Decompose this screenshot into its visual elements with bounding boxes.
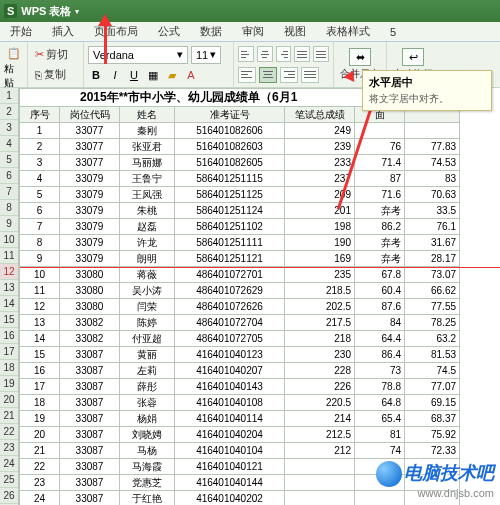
cell[interactable]: 212.5 <box>285 427 355 443</box>
cell[interactable]: 11 <box>20 283 60 299</box>
cell[interactable]: 217.5 <box>285 315 355 331</box>
cell[interactable]: 王鲁宁 <box>120 171 175 187</box>
cell[interactable]: 9 <box>20 251 60 267</box>
cell[interactable]: 87.6 <box>355 299 405 315</box>
cell[interactable]: 秦刚 <box>120 123 175 139</box>
cell[interactable]: 86.2 <box>355 219 405 235</box>
cell[interactable]: 33079 <box>60 235 120 251</box>
cell[interactable]: 416401040104 <box>175 443 285 459</box>
cell[interactable]: 69.15 <box>405 395 460 411</box>
cell[interactable]: 33087 <box>60 379 120 395</box>
cell[interactable]: 33087 <box>60 427 120 443</box>
cell[interactable]: 朗明 <box>120 251 175 267</box>
cell[interactable]: 33087 <box>60 475 120 491</box>
cell[interactable]: 弃考 <box>355 203 405 219</box>
cell[interactable]: 朱桃 <box>120 203 175 219</box>
cell[interactable]: 73 <box>355 363 405 379</box>
cell[interactable]: 33087 <box>60 443 120 459</box>
align-justify[interactable] <box>301 67 319 83</box>
cell[interactable]: 33079 <box>60 203 120 219</box>
cell[interactable]: 81 <box>355 427 405 443</box>
cell[interactable]: 31.67 <box>405 235 460 251</box>
cell[interactable] <box>405 123 460 139</box>
cell[interactable]: 486401072704 <box>175 315 285 331</box>
menu-start[interactable]: 开始 <box>0 24 42 39</box>
cell[interactable]: 33087 <box>60 363 120 379</box>
cell[interactable]: 33087 <box>60 411 120 427</box>
cell[interactable]: 70.63 <box>405 187 460 203</box>
cell[interactable]: 516401082606 <box>175 123 285 139</box>
cell[interactable]: 付亚超 <box>120 331 175 347</box>
align-right[interactable] <box>280 67 298 83</box>
cell[interactable]: 党惠芝 <box>120 475 175 491</box>
cell[interactable]: 14 <box>20 331 60 347</box>
cell[interactable]: 33087 <box>60 491 120 506</box>
cell[interactable]: 17 <box>20 379 60 395</box>
cell[interactable]: 吴小涛 <box>120 283 175 299</box>
cell[interactable]: 169 <box>285 251 355 267</box>
cell[interactable]: 77.07 <box>405 379 460 395</box>
cell[interactable]: 24 <box>20 491 60 506</box>
cell[interactable]: 74 <box>355 443 405 459</box>
cell[interactable] <box>285 459 355 475</box>
cell[interactable]: 416401040202 <box>175 491 285 506</box>
cell[interactable]: 33079 <box>60 187 120 203</box>
cell[interactable]: 586401251124 <box>175 203 285 219</box>
indent-increase[interactable] <box>313 46 329 62</box>
app-menu-caret[interactable]: ▾ <box>75 7 79 16</box>
cell[interactable]: 218.5 <box>285 283 355 299</box>
cell[interactable]: 马海霞 <box>120 459 175 475</box>
cell[interactable]: 416401040121 <box>175 459 285 475</box>
cell[interactable]: 5 <box>20 187 60 203</box>
cell[interactable]: 马杨 <box>120 443 175 459</box>
menu-review[interactable]: 审阅 <box>232 24 274 39</box>
cell[interactable]: 22 <box>20 459 60 475</box>
menu-data[interactable]: 数据 <box>190 24 232 39</box>
cell[interactable]: 64.8 <box>355 395 405 411</box>
indent-decrease[interactable] <box>294 46 310 62</box>
cell[interactable]: 202.5 <box>285 299 355 315</box>
cell[interactable]: 78.8 <box>355 379 405 395</box>
cell[interactable] <box>285 475 355 491</box>
cell[interactable]: 66.62 <box>405 283 460 299</box>
cell[interactable]: 83 <box>405 171 460 187</box>
data-grid[interactable]: 2015年**市中小学、幼儿园成绩单（6月1序号岗位代码姓名准考证号笔试总成绩面… <box>19 88 500 505</box>
cell[interactable]: 239 <box>285 139 355 155</box>
cell[interactable]: 84 <box>355 315 405 331</box>
cell[interactable]: 586401251115 <box>175 171 285 187</box>
menu-insert[interactable]: 插入 <box>42 24 84 39</box>
cell[interactable]: 416401040144 <box>175 475 285 491</box>
bold-button[interactable]: B <box>88 67 104 83</box>
cell[interactable]: 76.1 <box>405 219 460 235</box>
cell[interactable] <box>285 491 355 506</box>
cell[interactable]: 76 <box>355 139 405 155</box>
font-color-button[interactable]: A <box>183 67 199 83</box>
cell[interactable]: 33087 <box>60 459 120 475</box>
cell[interactable]: 586401251121 <box>175 251 285 267</box>
align-top-right[interactable] <box>276 46 292 62</box>
cell[interactable]: 闫荣 <box>120 299 175 315</box>
cell[interactable]: 18 <box>20 395 60 411</box>
cell[interactable]: 弃考 <box>355 251 405 267</box>
cell[interactable]: 63.2 <box>405 331 460 347</box>
cell[interactable]: 416401040207 <box>175 363 285 379</box>
cell[interactable]: 486401072629 <box>175 283 285 299</box>
cell[interactable]: 33.5 <box>405 203 460 219</box>
cell[interactable]: 33087 <box>60 395 120 411</box>
align-center[interactable] <box>259 67 277 83</box>
cell[interactable]: 486401072701 <box>175 267 285 283</box>
cell[interactable]: 23 <box>20 475 60 491</box>
cell[interactable]: 33079 <box>60 251 120 267</box>
cell[interactable]: 33080 <box>60 283 120 299</box>
cell[interactable]: 586401251125 <box>175 187 285 203</box>
cell[interactable]: 77.55 <box>405 299 460 315</box>
cell[interactable]: 张亚君 <box>120 139 175 155</box>
cell[interactable]: 586401251102 <box>175 219 285 235</box>
paste-button[interactable]: 📋 <box>3 44 25 62</box>
cut-button[interactable]: ✂ 剪切 <box>32 46 79 63</box>
cell[interactable]: 7 <box>20 219 60 235</box>
cell[interactable]: 416401040114 <box>175 411 285 427</box>
align-top-left[interactable] <box>238 46 254 62</box>
menu-more[interactable]: 5 <box>380 26 406 38</box>
cell[interactable]: 81.53 <box>405 347 460 363</box>
